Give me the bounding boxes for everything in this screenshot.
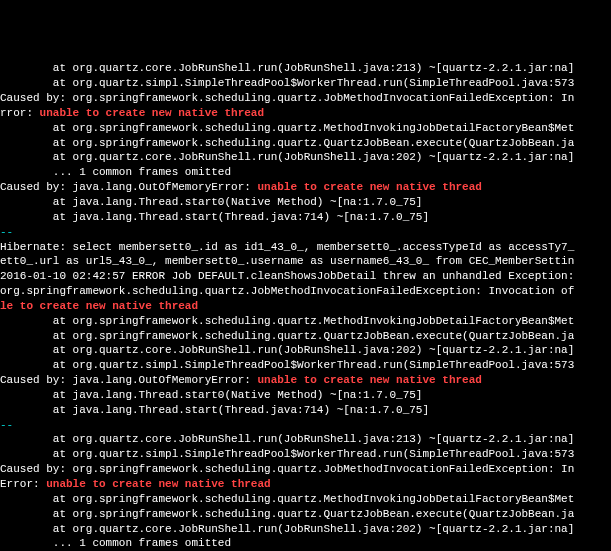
log-segment: Hibernate: select membersett0_.id as id1… [0,241,574,253]
log-segment: ... 1 common frames omitted [0,166,231,178]
log-line: at org.quartz.simpl.SimpleThreadPool$Wor… [0,447,611,462]
log-segment: at java.lang.Thread.start0(Native Method… [0,196,422,208]
log-segment: at org.springframework.scheduling.quartz… [0,330,574,342]
terminal-output: at org.quartz.core.JobRunShell.run(JobRu… [0,59,611,551]
log-segment: at java.lang.Thread.start(Thread.java:71… [0,404,429,416]
log-line: 2016-01-10 02:42:57 ERROR Job DEFAULT.cl… [0,269,611,284]
log-line: Caused by: java.lang.OutOfMemoryError: u… [0,373,611,388]
log-line: at org.quartz.simpl.SimpleThreadPool$Wor… [0,358,611,373]
log-line: at java.lang.Thread.start0(Native Method… [0,388,611,403]
log-segment: at java.lang.Thread.start(Thread.java:71… [0,211,429,223]
log-segment: at org.quartz.core.JobRunShell.run(JobRu… [0,344,574,356]
log-line: at java.lang.Thread.start(Thread.java:71… [0,210,611,225]
log-segment: -- [0,226,13,238]
log-line: at org.quartz.simpl.SimpleThreadPool$Wor… [0,76,611,91]
log-segment: at org.springframework.scheduling.quartz… [0,508,574,520]
log-segment: unable to create new native thread [46,478,270,490]
log-line: at org.springframework.scheduling.quartz… [0,136,611,151]
log-segment: Caused by: java.lang.OutOfMemoryError: [0,374,257,386]
log-segment: at org.quartz.core.JobRunShell.run(JobRu… [0,151,574,163]
log-line: at org.quartz.core.JobRunShell.run(JobRu… [0,150,611,165]
log-segment: at org.springframework.scheduling.quartz… [0,315,574,327]
log-segment: at org.quartz.simpl.SimpleThreadPool$Wor… [0,359,574,371]
log-line: at org.quartz.core.JobRunShell.run(JobRu… [0,61,611,76]
log-segment: Caused by: org.springframework.schedulin… [0,463,574,475]
log-line: -- [0,225,611,240]
log-line: at java.lang.Thread.start0(Native Method… [0,195,611,210]
log-segment: at org.springframework.scheduling.quartz… [0,137,574,149]
log-line: ett0_.url as url5_43_0_, membersett0_.us… [0,254,611,269]
log-line: le to create new native thread [0,299,611,314]
log-line: at org.springframework.scheduling.quartz… [0,314,611,329]
log-segment: at org.quartz.core.JobRunShell.run(JobRu… [0,433,574,445]
log-segment: Caused by: org.springframework.schedulin… [0,92,574,104]
log-line: at org.quartz.core.JobRunShell.run(JobRu… [0,343,611,358]
log-segment: le to create new native thread [0,300,198,312]
log-line: at org.springframework.scheduling.quartz… [0,121,611,136]
log-line: org.springframework.scheduling.quartz.Jo… [0,284,611,299]
log-segment: at org.quartz.simpl.SimpleThreadPool$Wor… [0,448,574,460]
log-segment: at org.quartz.core.JobRunShell.run(JobRu… [0,62,574,74]
log-line: at org.quartz.core.JobRunShell.run(JobRu… [0,522,611,537]
log-line: at org.springframework.scheduling.quartz… [0,492,611,507]
log-segment: at org.springframework.scheduling.quartz… [0,493,574,505]
log-segment: Error: [0,478,46,490]
log-line: rror: unable to create new native thread [0,106,611,121]
log-line: Caused by: java.lang.OutOfMemoryError: u… [0,180,611,195]
log-segment: ... 1 common frames omitted [0,537,231,549]
log-line: at java.lang.Thread.start(Thread.java:71… [0,403,611,418]
log-segment: -- [0,419,13,431]
log-line: Caused by: org.springframework.schedulin… [0,462,611,477]
log-segment: at org.quartz.simpl.SimpleThreadPool$Wor… [0,77,574,89]
log-line: at org.springframework.scheduling.quartz… [0,507,611,522]
log-line: at org.springframework.scheduling.quartz… [0,329,611,344]
log-line: ... 1 common frames omitted [0,536,611,551]
log-segment: 2016-01-10 02:42:57 ERROR Job DEFAULT.cl… [0,270,574,282]
log-segment: at org.springframework.scheduling.quartz… [0,122,574,134]
log-segment: org.springframework.scheduling.quartz.Jo… [0,285,574,297]
log-line: Error: unable to create new native threa… [0,477,611,492]
log-segment: ett0_.url as url5_43_0_, membersett0_.us… [0,255,574,267]
log-segment: unable to create new native thread [257,181,481,193]
log-line: Hibernate: select membersett0_.id as id1… [0,240,611,255]
log-segment: at java.lang.Thread.start0(Native Method… [0,389,422,401]
log-line: -- [0,418,611,433]
log-line: ... 1 common frames omitted [0,165,611,180]
log-segment: rror: [0,107,40,119]
log-segment: unable to create new native thread [257,374,481,386]
log-segment: unable to create new native thread [40,107,264,119]
log-segment: Caused by: java.lang.OutOfMemoryError: [0,181,257,193]
log-line: at org.quartz.core.JobRunShell.run(JobRu… [0,432,611,447]
log-line: Caused by: org.springframework.schedulin… [0,91,611,106]
log-segment: at org.quartz.core.JobRunShell.run(JobRu… [0,523,574,535]
